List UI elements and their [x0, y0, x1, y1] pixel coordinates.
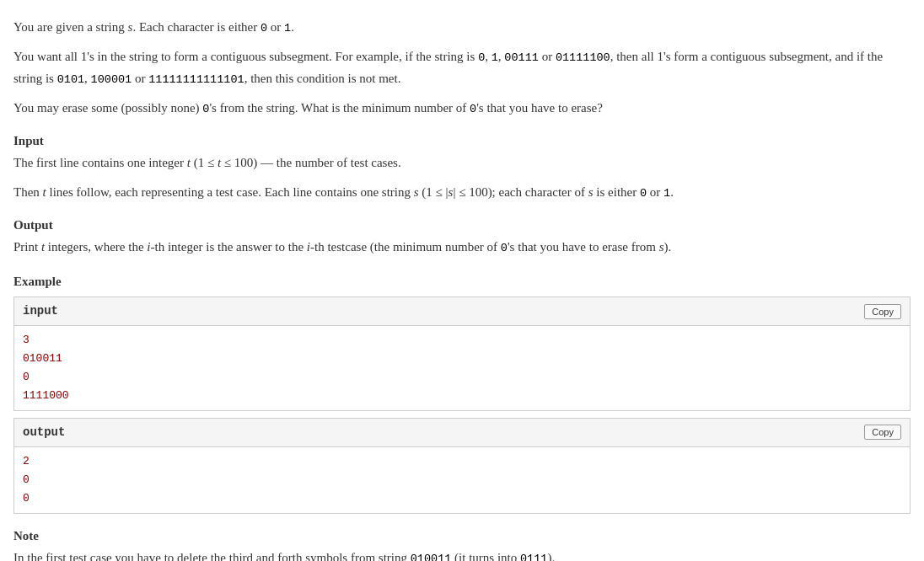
output-line-1: 2	[23, 452, 901, 471]
output-title: Output	[13, 215, 911, 235]
input-example-header: input Copy	[14, 297, 910, 325]
input-box-label: input	[23, 302, 58, 320]
input-desc-1: The first line contains one integer t (1…	[13, 152, 911, 174]
input-line-2: 010011	[23, 350, 901, 368]
input-example-box: input Copy 3 010011 0 1111000	[13, 297, 911, 411]
output-example-header: output Copy	[14, 419, 910, 446]
input-title: Input	[13, 131, 911, 151]
intro-paragraph-1: You are given a string s. Each character…	[13, 17, 911, 38]
input-desc-2: Then t lines follow, each representing a…	[13, 182, 911, 203]
copy-input-button[interactable]: Copy	[864, 304, 901, 319]
output-box-label: output	[23, 423, 65, 441]
intro-paragraph-3: You may erase some (possibly none) 0's f…	[13, 98, 911, 119]
input-section: Input The first line contains one intege…	[13, 131, 911, 203]
example-section: Example input Copy 3 010011 0 1111000 ou…	[13, 271, 911, 513]
output-example-content: 2 0 0	[14, 447, 910, 513]
intro-paragraph-2: You want all 1's in the string to form a…	[13, 46, 911, 89]
output-line-2: 0	[23, 471, 901, 489]
input-line-3: 0	[23, 368, 901, 387]
example-label: Example	[13, 271, 911, 291]
note-title: Note	[13, 526, 911, 546]
input-example-content: 3 010011 0 1111000	[14, 326, 910, 410]
input-line-4: 1111000	[23, 387, 901, 405]
note-section: Note In the first test case you have to …	[13, 526, 911, 561]
output-section: Output Print t integers, where the i-th …	[13, 215, 911, 258]
note-text: In the first test case you have to delet…	[13, 548, 911, 561]
output-example-box: output Copy 2 0 0	[13, 418, 911, 514]
output-desc: Print t integers, where the i-th integer…	[13, 237, 911, 258]
copy-output-button[interactable]: Copy	[864, 425, 901, 440]
output-line-3: 0	[23, 489, 901, 508]
input-line-1: 3	[23, 331, 901, 350]
